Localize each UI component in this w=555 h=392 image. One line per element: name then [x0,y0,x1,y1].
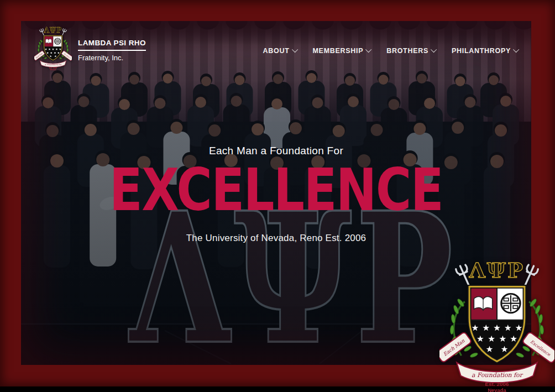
main-nav: ABOUT MEMBERSHIP BROTHERS PHILANTHROPY [263,47,519,55]
chevron-down-icon [431,46,437,52]
chevron-down-icon [365,46,371,52]
brand-name: LAMBDA PSI RHO [78,39,146,51]
corner-crest [439,253,554,392]
hero-subtitle: The University of Nevada, Reno Est. 2006 [21,233,531,244]
page-canvas: ΛΨΡ LAMBDA PSI RHO Fraternity, Inc. ABOU… [0,0,555,392]
hero-headline-text: EXCELLENCE [109,156,443,224]
chevron-down-icon [513,46,519,52]
nav-item-brothers[interactable]: BROTHERS [386,47,437,55]
fraternity-crest-icon [34,25,72,71]
nav-item-about[interactable]: ABOUT [263,47,298,55]
site-header: LAMBDA PSI RHO Fraternity, Inc. ABOUT ME… [21,21,531,71]
brand-text: LAMBDA PSI RHO Fraternity, Inc. [78,39,146,62]
nav-item-membership[interactable]: MEMBERSHIP [313,47,372,55]
nav-label: BROTHERS [386,47,428,55]
nav-label: ABOUT [263,47,290,55]
brand-subtitle: Fraternity, Inc. [78,54,146,62]
hero-tagline: Each Man a Foundation For [21,145,531,157]
chevron-down-icon [291,46,297,52]
brand-logo-link[interactable]: LAMBDA PSI RHO Fraternity, Inc. [34,25,146,71]
nav-item-philanthropy[interactable]: PHILANTHROPY [452,47,519,55]
fraternity-crest-large [439,253,554,392]
nav-label: PHILANTHROPY [452,47,511,55]
nav-label: MEMBERSHIP [313,47,364,55]
hero-headline: EXCELLENCE [21,156,531,224]
